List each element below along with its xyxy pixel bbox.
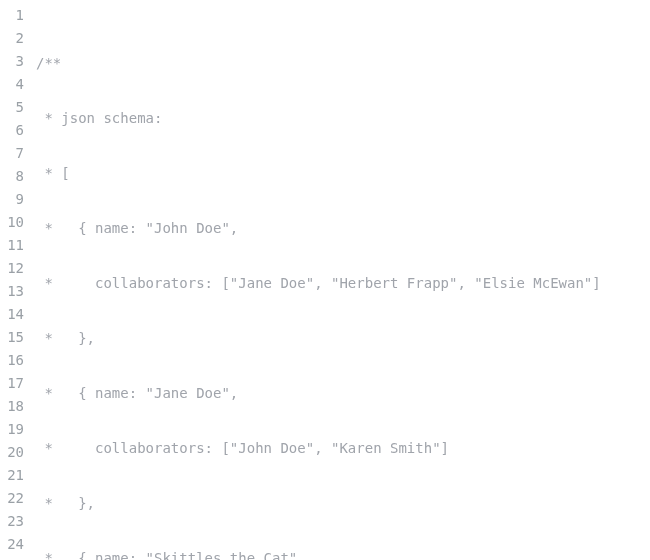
code-line[interactable]: * { name: "Jane Doe",	[36, 382, 650, 405]
line-number: 18	[0, 395, 24, 418]
code-line[interactable]: * },	[36, 492, 650, 515]
code-editor[interactable]: 1 2 3 4 5 6 7 8 9 10 11 12 13 14 15 16 1…	[0, 0, 650, 560]
comment-token: * },	[36, 330, 95, 346]
line-number: 16	[0, 349, 24, 372]
line-number: 13	[0, 280, 24, 303]
line-number: 7	[0, 142, 24, 165]
line-number: 2	[0, 27, 24, 50]
line-number: 3	[0, 50, 24, 73]
line-number: 20	[0, 441, 24, 464]
code-line[interactable]: * [	[36, 162, 650, 185]
comment-token: * [	[36, 165, 70, 181]
line-number: 22	[0, 487, 24, 510]
line-number: 19	[0, 418, 24, 441]
line-number: 12	[0, 257, 24, 280]
code-line[interactable]: * { name: "Skittles the Cat",	[36, 547, 650, 560]
line-number: 6	[0, 119, 24, 142]
comment-token: * },	[36, 495, 95, 511]
line-number: 17	[0, 372, 24, 395]
line-number: 8	[0, 165, 24, 188]
line-number: 9	[0, 188, 24, 211]
code-line[interactable]: * collaborators: ["Jane Doe", "Herbert F…	[36, 272, 650, 295]
line-number: 23	[0, 510, 24, 533]
line-number: 14	[0, 303, 24, 326]
code-line[interactable]: * json schema:	[36, 107, 650, 130]
code-line[interactable]: /**	[36, 52, 650, 75]
line-number: 5	[0, 96, 24, 119]
code-area[interactable]: /** * json schema: * [ * { name: "John D…	[30, 0, 650, 560]
code-line[interactable]: * },	[36, 327, 650, 350]
line-number: 4	[0, 73, 24, 96]
line-number: 1	[0, 4, 24, 27]
code-line[interactable]: * { name: "John Doe",	[36, 217, 650, 240]
line-number: 10	[0, 211, 24, 234]
comment-token: * collaborators: ["Jane Doe", "Herbert F…	[36, 275, 601, 291]
line-number: 11	[0, 234, 24, 257]
line-number: 21	[0, 464, 24, 487]
comment-token: * collaborators: ["John Doe", "Karen Smi…	[36, 440, 449, 456]
comment-token: * { name: "Skittles the Cat",	[36, 550, 306, 560]
comment-token: /**	[36, 55, 61, 71]
line-number: 15	[0, 326, 24, 349]
comment-token: * { name: "Jane Doe",	[36, 385, 238, 401]
comment-token: * json schema:	[36, 110, 162, 126]
code-line[interactable]: * collaborators: ["John Doe", "Karen Smi…	[36, 437, 650, 460]
line-number: 24	[0, 533, 24, 556]
comment-token: * { name: "John Doe",	[36, 220, 238, 236]
line-number-gutter: 1 2 3 4 5 6 7 8 9 10 11 12 13 14 15 16 1…	[0, 0, 30, 560]
